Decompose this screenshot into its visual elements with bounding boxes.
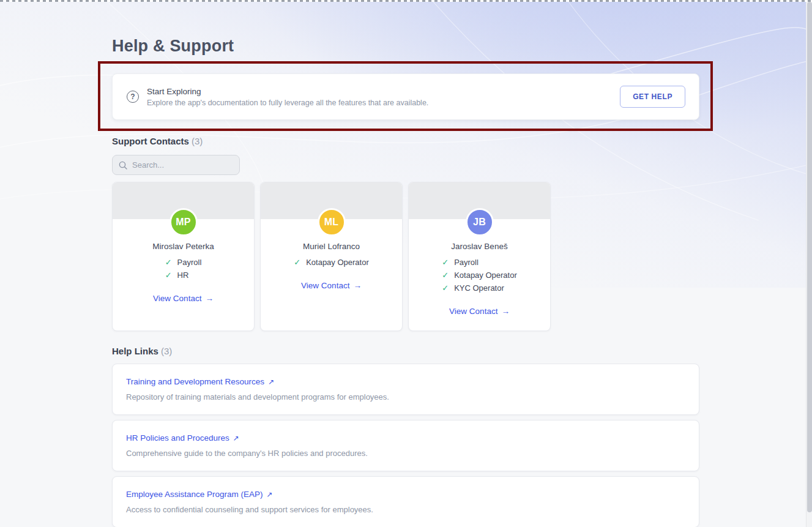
contact-roles-list: ✓ Payroll ✓ Kotapay Operator ✓ KYC Opera… (442, 256, 517, 294)
contact-role-label: Kotapay Operator (454, 271, 517, 280)
contact-name: Miroslav Peterka (152, 242, 214, 251)
help-links-list: Training and Development Resources ↗ Rep… (112, 364, 699, 527)
question-circle-icon: ? (127, 91, 139, 103)
external-link-icon: ↗ (267, 490, 273, 499)
scrollbar-track[interactable] (806, 0, 812, 527)
check-icon: ✓ (442, 283, 449, 293)
contact-name: Muriel Lofranco (303, 242, 360, 251)
page-title: Help & Support (112, 0, 699, 56)
external-link-icon: ↗ (233, 434, 239, 443)
contact-role: ✓ HR (165, 269, 202, 282)
support-contacts-heading-label: Support Contacts (112, 136, 189, 146)
view-contact-link[interactable]: View Contact → (153, 294, 214, 303)
check-icon: ✓ (442, 258, 449, 267)
support-contacts-count: (3) (192, 136, 203, 146)
contacts-search-box[interactable] (112, 155, 240, 175)
contact-role: ✓ Payroll (165, 256, 202, 269)
contact-card: ML Muriel Lofranco ✓ Kotapay Operator Vi… (260, 182, 403, 331)
main-content: Help & Support ? Start Exploring Explore… (112, 0, 699, 527)
annotation-highlight-box: ? Start Exploring Explore the app's docu… (98, 61, 713, 131)
check-icon: ✓ (442, 271, 449, 280)
help-links-count: (3) (161, 346, 172, 356)
help-link-label: HR Policies and Procedures (126, 433, 229, 443)
help-link-description: Comprehensive guide to the company's HR … (126, 449, 685, 458)
help-link-description: Access to confidential counseling and su… (126, 505, 685, 514)
contact-card: MP Miroslav Peterka ✓ Payroll ✓ HR View … (112, 182, 255, 331)
contact-role: ✓ Kotapay Operator (294, 256, 369, 269)
contact-role: ✓ Kotapay Operator (442, 269, 517, 282)
check-icon: ✓ (294, 258, 300, 267)
avatar: JB (466, 208, 494, 236)
selection-marquee-top (0, 0, 812, 2)
contact-name: Jaroslav Beneš (451, 242, 507, 251)
arrow-right-icon: → (205, 294, 214, 303)
avatar: MP (169, 208, 198, 236)
help-link-label: Employee Assistance Program (EAP) (126, 490, 263, 499)
start-exploring-description: Explore the app's documentation to fully… (147, 99, 620, 107)
contact-role-label: KYC Operator (454, 283, 504, 293)
scrollbar-thumb[interactable] (807, 2, 812, 512)
contacts-row: MP Miroslav Peterka ✓ Payroll ✓ HR View … (112, 182, 699, 331)
contact-role-label: Kotapay Operator (306, 258, 369, 267)
view-contact-link[interactable]: View Contact → (449, 307, 510, 316)
help-link-card: HR Policies and Procedures ↗ Comprehensi… (112, 420, 699, 471)
help-link-description: Repository of training materials and dev… (126, 392, 685, 402)
contact-role-label: HR (177, 271, 189, 280)
contact-role: ✓ KYC Operator (442, 282, 517, 294)
start-exploring-title: Start Exploring (147, 87, 620, 96)
contacts-search-input[interactable] (132, 160, 233, 170)
help-link[interactable]: HR Policies and Procedures ↗ (126, 433, 239, 443)
help-link[interactable]: Training and Development Resources ↗ (126, 377, 274, 386)
help-links-heading-label: Help Links (112, 346, 158, 356)
contact-role: ✓ Payroll (442, 256, 517, 269)
search-icon (119, 161, 127, 170)
support-contacts-heading: Support Contacts (3) (112, 136, 699, 146)
help-links-heading: Help Links (3) (112, 346, 699, 356)
view-contact-link[interactable]: View Contact → (301, 281, 362, 290)
start-exploring-card: ? Start Exploring Explore the app's docu… (112, 73, 699, 120)
contact-roles-list: ✓ Kotapay Operator (294, 256, 369, 269)
contact-card: JB Jaroslav Beneš ✓ Payroll ✓ Kotapay Op… (408, 182, 551, 331)
start-exploring-text: Start Exploring Explore the app's docume… (147, 87, 620, 107)
help-link[interactable]: Employee Assistance Program (EAP) ↗ (126, 490, 273, 499)
view-contact-label: View Contact (301, 281, 349, 290)
arrow-right-icon: → (501, 307, 510, 316)
avatar: ML (318, 208, 346, 236)
view-contact-label: View Contact (153, 294, 201, 303)
contact-role-label: Payroll (177, 258, 202, 267)
arrow-right-icon: → (353, 281, 362, 290)
contact-roles-list: ✓ Payroll ✓ HR (165, 256, 202, 282)
external-link-icon: ↗ (268, 378, 274, 386)
view-contact-label: View Contact (449, 307, 497, 316)
check-icon: ✓ (165, 271, 172, 280)
help-link-card: Training and Development Resources ↗ Rep… (112, 364, 699, 415)
contact-role-label: Payroll (454, 258, 479, 267)
help-link-card: Employee Assistance Program (EAP) ↗ Acce… (112, 476, 699, 527)
help-link-label: Training and Development Resources (126, 377, 264, 386)
get-help-button[interactable]: GET HELP (620, 86, 685, 108)
check-icon: ✓ (165, 258, 172, 267)
